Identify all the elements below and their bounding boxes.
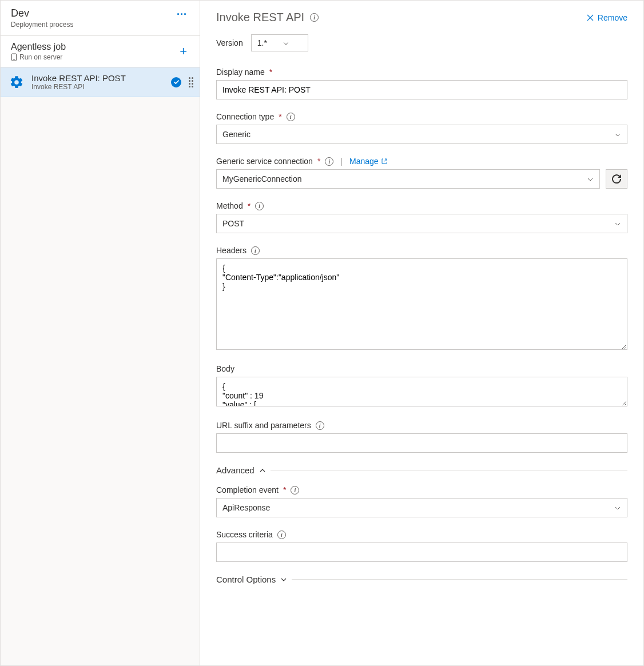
separator: | bbox=[340, 157, 343, 166]
url-suffix-input[interactable] bbox=[216, 433, 627, 453]
success-criteria-label: Success criteria bbox=[216, 530, 273, 539]
gear-icon bbox=[9, 74, 25, 90]
info-icon[interactable]: i bbox=[287, 113, 295, 121]
success-criteria-input[interactable] bbox=[216, 543, 627, 562]
chevron-down-icon bbox=[280, 576, 287, 583]
display-name-input[interactable] bbox=[216, 80, 627, 99]
required-asterisk: * bbox=[248, 201, 251, 210]
info-icon[interactable]: i bbox=[255, 202, 264, 210]
stage-title: Dev bbox=[11, 7, 73, 19]
info-icon[interactable]: i bbox=[310, 13, 319, 22]
stage-more-button[interactable]: ··· bbox=[173, 7, 190, 22]
add-task-button[interactable]: + bbox=[176, 44, 190, 59]
chevron-down-icon bbox=[614, 131, 621, 138]
stage-header: Dev Deployment process ··· bbox=[1, 1, 200, 36]
headers-textarea[interactable]: { "Content-Type":"application/json" } bbox=[216, 258, 627, 350]
task-title: Invoke REST API: POST bbox=[31, 73, 164, 83]
info-icon[interactable]: i bbox=[291, 486, 299, 494]
svg-rect-1 bbox=[13, 59, 15, 60]
control-options-section-toggle[interactable]: Control Options bbox=[216, 575, 627, 584]
required-asterisk: * bbox=[283, 485, 286, 494]
headers-label: Headers bbox=[216, 246, 247, 255]
info-icon[interactable]: i bbox=[325, 157, 333, 166]
remove-button[interactable]: Remove bbox=[586, 13, 627, 22]
service-connection-select[interactable]: MyGenericConnection bbox=[216, 169, 600, 189]
info-icon[interactable]: i bbox=[316, 421, 324, 430]
display-name-label: Display name bbox=[216, 67, 265, 77]
info-icon[interactable]: i bbox=[277, 531, 286, 539]
connection-type-label: Connection type bbox=[216, 112, 274, 121]
method-select[interactable]: POST bbox=[216, 214, 627, 233]
chevron-up-icon bbox=[259, 467, 266, 474]
url-suffix-label: URL suffix and parameters bbox=[216, 421, 311, 430]
sidebar: Dev Deployment process ··· Agentless job… bbox=[1, 1, 200, 665]
agentless-job-row[interactable]: Agentless job Run on server + bbox=[1, 36, 200, 67]
chevron-down-icon bbox=[614, 220, 621, 227]
advanced-section-toggle[interactable]: Advanced bbox=[216, 465, 627, 475]
completion-event-select[interactable]: ApiResponse bbox=[216, 498, 627, 517]
external-link-icon bbox=[381, 158, 388, 165]
info-icon[interactable]: i bbox=[251, 246, 260, 255]
stage-subtitle: Deployment process bbox=[11, 21, 73, 29]
job-subtitle: Run on server bbox=[11, 53, 66, 61]
chevron-down-icon bbox=[283, 39, 289, 46]
refresh-button[interactable] bbox=[606, 169, 627, 189]
required-asterisk: * bbox=[269, 67, 272, 77]
body-label: Body bbox=[216, 364, 234, 373]
body-textarea[interactable]: { "count" : 19 "value" : [ bbox=[216, 377, 627, 406]
task-status-badge bbox=[171, 77, 181, 87]
drag-handle-icon[interactable] bbox=[188, 77, 194, 87]
main-panel: Invoke REST API i Remove Version 1.* Dis… bbox=[200, 1, 643, 665]
chevron-down-icon bbox=[614, 504, 621, 511]
required-asterisk: * bbox=[279, 112, 281, 121]
manage-link[interactable]: Manage bbox=[349, 157, 388, 166]
completion-event-label: Completion event bbox=[216, 485, 279, 494]
service-connection-label: Generic service connection bbox=[216, 157, 313, 166]
version-select[interactable]: 1.* bbox=[251, 34, 308, 51]
required-asterisk: * bbox=[317, 157, 320, 166]
chevron-down-icon bbox=[587, 176, 594, 182]
connection-type-select[interactable]: Generic bbox=[216, 125, 627, 144]
task-row-selected[interactable]: Invoke REST API: POST Invoke REST API bbox=[1, 67, 200, 97]
version-label: Version bbox=[216, 38, 243, 47]
page-title: Invoke REST API bbox=[216, 11, 304, 24]
refresh-icon bbox=[612, 174, 621, 184]
job-title: Agentless job bbox=[11, 42, 66, 52]
method-label: Method bbox=[216, 201, 243, 210]
task-subtitle: Invoke REST API bbox=[31, 83, 164, 91]
server-icon bbox=[11, 53, 17, 61]
close-icon bbox=[586, 14, 594, 22]
